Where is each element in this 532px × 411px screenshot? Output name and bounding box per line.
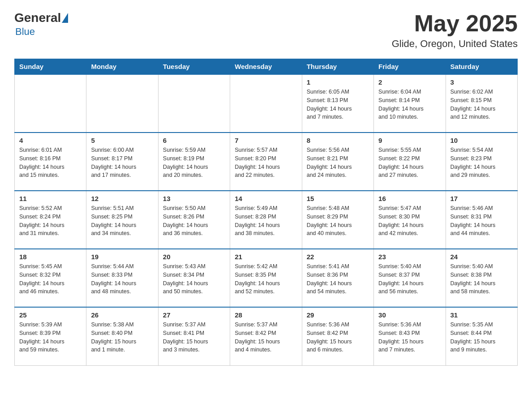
calendar-day-cell: 31Sunrise: 5:35 AMSunset: 8:44 PMDayligh… [446, 307, 517, 365]
day-number: 8 [307, 137, 369, 144]
calendar-day-header: Sunday [15, 59, 86, 75]
calendar-day-cell: 30Sunrise: 5:36 AMSunset: 8:43 PMDayligh… [374, 307, 446, 365]
calendar-day-cell: 18Sunrise: 5:45 AMSunset: 8:32 PMDayligh… [15, 249, 86, 307]
calendar-week-row: 11Sunrise: 5:52 AMSunset: 8:24 PMDayligh… [15, 191, 518, 249]
day-info: Sunrise: 5:50 AMSunset: 8:26 PMDaylight:… [163, 204, 225, 238]
title-block: May 2025 Glide, Oregon, United States [392, 11, 518, 50]
day-number: 25 [19, 311, 82, 319]
day-number: 2 [378, 78, 441, 86]
day-number: 31 [450, 311, 513, 319]
calendar-week-row: 1Sunrise: 6:05 AMSunset: 8:13 PMDaylight… [15, 74, 518, 133]
calendar-week-row: 4Sunrise: 6:01 AMSunset: 8:16 PMDaylight… [15, 133, 518, 191]
calendar-day-cell: 9Sunrise: 5:55 AMSunset: 8:22 PMDaylight… [374, 133, 446, 191]
calendar-day-cell: 29Sunrise: 5:36 AMSunset: 8:42 PMDayligh… [302, 307, 373, 365]
calendar-day-cell: 27Sunrise: 5:37 AMSunset: 8:41 PMDayligh… [158, 307, 230, 365]
day-info: Sunrise: 5:38 AMSunset: 8:40 PMDaylight:… [91, 321, 153, 354]
day-info: Sunrise: 5:36 AMSunset: 8:43 PMDaylight:… [378, 321, 441, 354]
day-info: Sunrise: 6:01 AMSunset: 8:16 PMDaylight:… [19, 146, 82, 180]
day-number: 19 [91, 253, 153, 261]
day-info: Sunrise: 5:44 AMSunset: 8:33 PMDaylight:… [91, 262, 153, 296]
day-info: Sunrise: 5:37 AMSunset: 8:42 PMDaylight:… [235, 321, 297, 354]
calendar-day-header: Thursday [302, 59, 373, 75]
day-info: Sunrise: 6:05 AMSunset: 8:13 PMDaylight:… [307, 88, 369, 121]
calendar-day-cell: 5Sunrise: 6:00 AMSunset: 8:17 PMDaylight… [86, 133, 158, 191]
day-info: Sunrise: 5:57 AMSunset: 8:20 PMDaylight:… [235, 146, 297, 180]
day-number: 5 [91, 137, 153, 144]
location-title: Glide, Oregon, United States [392, 38, 518, 50]
calendar-day-cell: 6Sunrise: 5:59 AMSunset: 8:19 PMDaylight… [158, 133, 230, 191]
day-number: 30 [378, 311, 441, 319]
logo-general-text: General [14, 11, 61, 25]
calendar-day-cell: 10Sunrise: 5:54 AMSunset: 8:23 PMDayligh… [446, 133, 517, 191]
day-info: Sunrise: 5:59 AMSunset: 8:19 PMDaylight:… [163, 146, 225, 180]
logo-triangle-icon [62, 13, 68, 23]
day-number: 20 [163, 253, 225, 261]
calendar-empty-cell [86, 74, 158, 133]
day-number: 14 [235, 195, 297, 202]
day-info: Sunrise: 5:43 AMSunset: 8:34 PMDaylight:… [163, 262, 225, 296]
calendar-day-cell: 19Sunrise: 5:44 AMSunset: 8:33 PMDayligh… [86, 249, 158, 307]
calendar-day-cell: 26Sunrise: 5:38 AMSunset: 8:40 PMDayligh… [86, 307, 158, 365]
calendar-day-cell: 3Sunrise: 6:02 AMSunset: 8:15 PMDaylight… [446, 74, 517, 133]
day-info: Sunrise: 5:51 AMSunset: 8:25 PMDaylight:… [91, 204, 153, 238]
day-info: Sunrise: 6:00 AMSunset: 8:17 PMDaylight:… [91, 146, 153, 180]
calendar-day-cell: 4Sunrise: 6:01 AMSunset: 8:16 PMDaylight… [15, 133, 86, 191]
month-title: May 2025 [392, 11, 518, 36]
calendar-day-cell: 14Sunrise: 5:49 AMSunset: 8:28 PMDayligh… [230, 191, 302, 249]
calendar-empty-cell [230, 74, 302, 133]
calendar-day-cell: 13Sunrise: 5:50 AMSunset: 8:26 PMDayligh… [158, 191, 230, 249]
day-number: 15 [307, 195, 369, 202]
calendar-day-cell: 2Sunrise: 6:04 AMSunset: 8:14 PMDaylight… [374, 74, 446, 133]
day-number: 7 [235, 137, 297, 144]
day-info: Sunrise: 5:41 AMSunset: 8:36 PMDaylight:… [307, 262, 369, 296]
calendar-day-cell: 1Sunrise: 6:05 AMSunset: 8:13 PMDaylight… [302, 74, 373, 133]
calendar-day-header: Monday [86, 59, 158, 75]
day-number: 3 [450, 78, 513, 86]
calendar-day-cell: 15Sunrise: 5:48 AMSunset: 8:29 PMDayligh… [302, 191, 373, 249]
day-info: Sunrise: 5:39 AMSunset: 8:39 PMDaylight:… [19, 321, 82, 354]
day-number: 11 [19, 195, 82, 202]
calendar-week-row: 18Sunrise: 5:45 AMSunset: 8:32 PMDayligh… [15, 249, 518, 307]
calendar-day-header: Tuesday [158, 59, 230, 75]
day-number: 16 [378, 195, 441, 202]
day-number: 26 [91, 311, 153, 319]
calendar-day-header: Wednesday [230, 59, 302, 75]
day-info: Sunrise: 5:46 AMSunset: 8:31 PMDaylight:… [450, 204, 513, 238]
day-info: Sunrise: 5:52 AMSunset: 8:24 PMDaylight:… [19, 204, 82, 238]
day-number: 29 [307, 311, 369, 319]
day-number: 17 [450, 195, 513, 202]
calendar-day-cell: 20Sunrise: 5:43 AMSunset: 8:34 PMDayligh… [158, 249, 230, 307]
calendar-day-cell: 28Sunrise: 5:37 AMSunset: 8:42 PMDayligh… [230, 307, 302, 365]
calendar-header-row: SundayMondayTuesdayWednesdayThursdayFrid… [15, 59, 518, 75]
day-info: Sunrise: 5:56 AMSunset: 8:21 PMDaylight:… [307, 146, 369, 180]
calendar-day-cell: 17Sunrise: 5:46 AMSunset: 8:31 PMDayligh… [446, 191, 517, 249]
day-number: 12 [91, 195, 153, 202]
day-info: Sunrise: 5:54 AMSunset: 8:23 PMDaylight:… [450, 146, 513, 180]
calendar-day-cell: 8Sunrise: 5:56 AMSunset: 8:21 PMDaylight… [302, 133, 373, 191]
day-info: Sunrise: 5:47 AMSunset: 8:30 PMDaylight:… [378, 204, 441, 238]
day-number: 21 [235, 253, 297, 261]
calendar-day-header: Friday [374, 59, 446, 75]
day-number: 22 [307, 253, 369, 261]
day-info: Sunrise: 6:04 AMSunset: 8:14 PMDaylight:… [378, 88, 441, 121]
day-number: 28 [235, 311, 297, 319]
day-number: 9 [378, 137, 441, 144]
day-number: 6 [163, 137, 225, 144]
day-info: Sunrise: 5:40 AMSunset: 8:38 PMDaylight:… [450, 262, 513, 296]
calendar-table: SundayMondayTuesdayWednesdayThursdayFrid… [14, 59, 518, 366]
logo-blue-text: Blue [15, 26, 35, 38]
day-info: Sunrise: 5:35 AMSunset: 8:44 PMDaylight:… [450, 321, 513, 354]
calendar-day-cell: 25Sunrise: 5:39 AMSunset: 8:39 PMDayligh… [15, 307, 86, 365]
calendar-day-cell: 22Sunrise: 5:41 AMSunset: 8:36 PMDayligh… [302, 249, 373, 307]
calendar-day-cell: 12Sunrise: 5:51 AMSunset: 8:25 PMDayligh… [86, 191, 158, 249]
logo: General Blue [14, 11, 69, 38]
day-info: Sunrise: 5:49 AMSunset: 8:28 PMDaylight:… [235, 204, 297, 238]
day-number: 10 [450, 137, 513, 144]
day-number: 23 [378, 253, 441, 261]
day-info: Sunrise: 5:45 AMSunset: 8:32 PMDaylight:… [19, 262, 82, 296]
calendar-day-cell: 21Sunrise: 5:42 AMSunset: 8:35 PMDayligh… [230, 249, 302, 307]
calendar-day-cell: 23Sunrise: 5:40 AMSunset: 8:37 PMDayligh… [374, 249, 446, 307]
day-info: Sunrise: 5:37 AMSunset: 8:41 PMDaylight:… [163, 321, 225, 354]
day-number: 27 [163, 311, 225, 319]
day-number: 1 [307, 78, 369, 86]
